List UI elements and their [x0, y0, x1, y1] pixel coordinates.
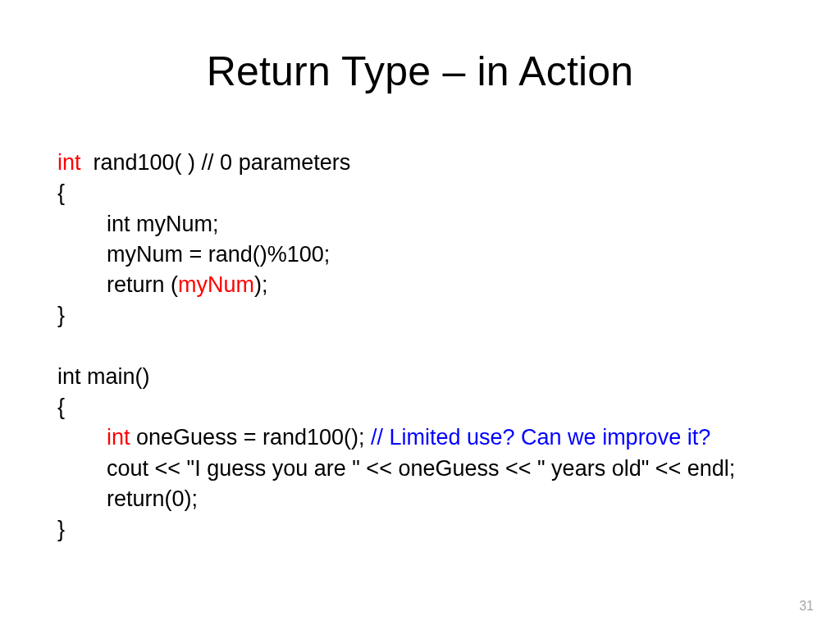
page-number: 31 — [799, 599, 814, 614]
code-text: { — [57, 180, 65, 205]
return-variable: myNum — [178, 272, 254, 297]
code-text: myNum = rand()%100; — [107, 242, 330, 267]
code-text: int main() — [57, 364, 150, 389]
code-block: int rand100( ) // 0 parameters { int myN… — [57, 148, 791, 545]
keyword-int: int — [57, 150, 81, 175]
code-text: } — [57, 303, 65, 327]
code-text: return ( — [107, 272, 178, 297]
code-text: oneGuess = rand100(); — [130, 425, 371, 450]
code-text: { — [57, 395, 65, 419]
code-text: cout << "I guess you are " << oneGuess <… — [107, 456, 735, 481]
slide-title: Return Type – in Action — [0, 48, 840, 95]
code-text: int myNum; — [107, 212, 219, 236]
code-text: rand100( ) // 0 parameters — [81, 150, 351, 175]
code-text: } — [57, 517, 65, 541]
code-comment: // Limited use? Can we improve it? — [371, 425, 710, 450]
slide: Return Type – in Action int rand100( ) /… — [0, 0, 840, 630]
keyword-int: int — [107, 425, 130, 450]
code-text: ); — [254, 272, 268, 297]
code-text: return(0); — [107, 486, 198, 511]
